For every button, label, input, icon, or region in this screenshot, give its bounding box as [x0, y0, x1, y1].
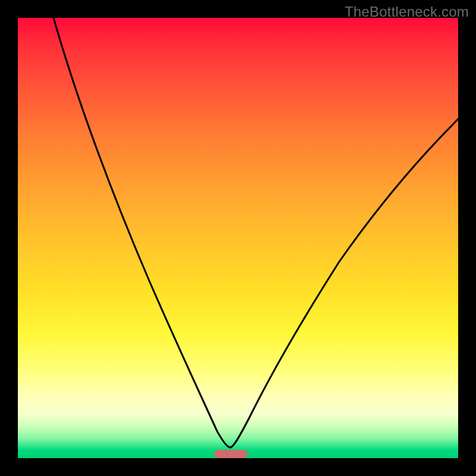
bottleneck-curve-right: [230, 119, 458, 447]
curve-svg: [18, 18, 458, 458]
bottleneck-curve-left: [54, 18, 230, 447]
bottleneck-marker: [214, 450, 248, 458]
plot-area: [18, 18, 458, 458]
chart-frame: TheBottleneck.com: [0, 0, 476, 476]
